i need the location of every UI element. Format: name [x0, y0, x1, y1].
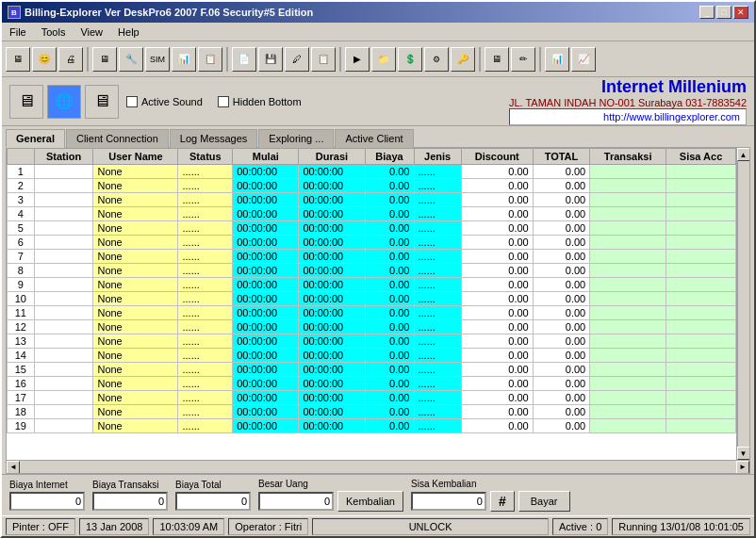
- table-cell: 0.00: [461, 306, 533, 320]
- besar-uang-input[interactable]: [258, 492, 334, 511]
- toolbar-btn-2[interactable]: 😊: [32, 47, 57, 72]
- table-cell: 7: [8, 250, 35, 264]
- menu-view[interactable]: View: [76, 25, 107, 39]
- table-cell: [666, 377, 736, 391]
- toolbar-btn-3[interactable]: 🖨: [58, 47, 83, 72]
- toolbar-btn-8[interactable]: 📋: [198, 47, 222, 72]
- close-button[interactable]: ✕: [733, 6, 748, 19]
- status-operator: Operator : Fitri: [228, 518, 308, 535]
- table-row[interactable]: 3None......00:00:0000:00:000.00......0.0…: [8, 193, 736, 207]
- scroll-right-button[interactable]: ►: [736, 461, 749, 474]
- table-row[interactable]: 17None......00:00:0000:00:000.00......0.…: [8, 391, 736, 405]
- active-sound-check[interactable]: [126, 96, 138, 107]
- toolbar-btn-9[interactable]: 📄: [232, 47, 256, 72]
- tab-general[interactable]: General: [6, 129, 65, 148]
- table-row[interactable]: 4None......00:00:0000:00:000.00......0.0…: [8, 207, 736, 221]
- besar-uang-group: Besar Uang Kembalian: [258, 479, 403, 512]
- tab-exploring[interactable]: Exploring ...: [258, 129, 334, 148]
- kembalian-button[interactable]: Kembalian: [337, 491, 403, 512]
- toolbar-btn-21[interactable]: 📈: [571, 47, 596, 72]
- table-cell: [590, 278, 666, 292]
- toolbar-btn-14[interactable]: 📁: [371, 47, 396, 72]
- toolbar-btn-10[interactable]: 💾: [258, 47, 283, 72]
- scroll-left-button[interactable]: ◄: [7, 461, 20, 474]
- table-cell: 15: [8, 363, 35, 377]
- table-row[interactable]: 7None......00:00:0000:00:000.00......0.0…: [8, 250, 736, 264]
- toolbar-btn-4[interactable]: 🖥: [92, 47, 117, 72]
- toolbar-btn-16[interactable]: ⚙: [424, 47, 449, 72]
- table-row[interactable]: 15None......00:00:0000:00:000.00......0.…: [8, 363, 736, 377]
- tab-active-client[interactable]: Active Client: [335, 129, 413, 148]
- table-cell: ......: [178, 250, 233, 264]
- active-sound-checkbox[interactable]: Active Sound: [126, 96, 203, 107]
- table-row[interactable]: 9None......00:00:0000:00:000.00......0.0…: [8, 278, 736, 292]
- toolbar-btn-5[interactable]: 🔧: [119, 47, 143, 72]
- header-area: 🖥 🌐 🖥 Active Sound Hidden Bottom Interne…: [2, 77, 754, 126]
- table-row[interactable]: 19None......00:00:0000:00:000.00......0.…: [8, 419, 736, 433]
- toolbar-btn-15[interactable]: 💲: [398, 47, 422, 72]
- toolbar-btn-18[interactable]: 🖥: [485, 47, 509, 72]
- url-display[interactable]: http://www.billingexplorer.com: [509, 108, 747, 125]
- table-container[interactable]: Station User Name Status Mulai Durasi Bi…: [7, 148, 736, 460]
- table-row[interactable]: 5None......00:00:0000:00:000.00......0.0…: [8, 221, 736, 236]
- biaya-transaksi-label: Biaya Transaksi: [92, 480, 168, 490]
- toolbar-btn-19[interactable]: ✏: [511, 47, 535, 72]
- tab-client-connection[interactable]: Client Connection: [66, 129, 169, 148]
- table-cell: 0.00: [365, 391, 414, 405]
- table-cell: 14: [8, 349, 35, 363]
- scroll-down-button[interactable]: ▼: [737, 447, 750, 460]
- table-cell: ......: [414, 349, 461, 363]
- toolbar-btn-7[interactable]: 📊: [172, 47, 196, 72]
- toolbar-btn-20[interactable]: 📊: [545, 47, 569, 72]
- table-cell: [590, 250, 666, 264]
- table-cell: [590, 193, 666, 207]
- biaya-internet-input[interactable]: [9, 492, 85, 511]
- table-cell: 0.00: [461, 193, 533, 207]
- bayar-button[interactable]: Bayar: [518, 491, 570, 512]
- hidden-bottom-check[interactable]: [218, 96, 229, 107]
- scrollbar[interactable]: ▲ ▼: [736, 148, 749, 460]
- hash-button[interactable]: #: [490, 491, 515, 512]
- table-cell: 00:00:00: [299, 292, 365, 306]
- table-cell: 0.00: [365, 349, 414, 363]
- table-cell: 0.00: [365, 179, 414, 193]
- table-cell: 0.00: [365, 236, 414, 250]
- horizontal-scrollbar[interactable]: ◄ ►: [7, 460, 749, 473]
- table-row[interactable]: 10None......00:00:0000:00:000.00......0.…: [8, 292, 736, 306]
- company-area: Internet Millenium JL. TAMAN INDAH NO-00…: [509, 77, 747, 125]
- table-row[interactable]: 12None......00:00:0000:00:000.00......0.…: [8, 320, 736, 334]
- biaya-transaksi-input[interactable]: [92, 492, 168, 511]
- toolbar-btn-1[interactable]: 🖥: [6, 47, 30, 72]
- menu-help[interactable]: Help: [114, 25, 143, 39]
- scroll-up-button[interactable]: ▲: [737, 148, 750, 161]
- menu-tools[interactable]: Tools: [38, 25, 70, 39]
- toolbar-btn-17[interactable]: 🔑: [451, 47, 475, 72]
- toolbar-btn-12[interactable]: 📋: [311, 47, 336, 72]
- sisa-kembalian-input[interactable]: [411, 492, 486, 511]
- col-discount: Discount: [461, 149, 533, 165]
- table-cell: 0.00: [461, 165, 533, 179]
- maximize-button[interactable]: □: [716, 6, 731, 19]
- table-row[interactable]: 16None......00:00:0000:00:000.00......0.…: [8, 377, 736, 391]
- biaya-total-input[interactable]: [175, 492, 251, 511]
- table-row[interactable]: 11None......00:00:0000:00:000.00......0.…: [8, 306, 736, 320]
- table-cell: None: [93, 193, 178, 207]
- table-row[interactable]: 6None......00:00:0000:00:000.00......0.0…: [8, 236, 736, 250]
- menu-file[interactable]: File: [6, 25, 30, 39]
- table-cell: 0.00: [461, 363, 533, 377]
- table-row[interactable]: 1None......00:00:0000:00:000.00......0.0…: [8, 165, 736, 179]
- table-cell: ......: [178, 193, 233, 207]
- toolbar-btn-6[interactable]: SIM: [145, 47, 170, 72]
- company-address: JL. TAMAN INDAH NO-001 Surabaya 031-7883…: [509, 97, 747, 108]
- table-row[interactable]: 2None......00:00:0000:00:000.00......0.0…: [8, 179, 736, 193]
- tab-log-messages[interactable]: Log Messages: [170, 129, 258, 148]
- minimize-button[interactable]: _: [699, 6, 715, 19]
- toolbar-btn-13[interactable]: ▶: [345, 47, 370, 72]
- table-row[interactable]: 18None......00:00:0000:00:000.00......0.…: [8, 405, 736, 419]
- toolbar-btn-11[interactable]: 🖊: [285, 47, 309, 72]
- table-row[interactable]: 14None......00:00:0000:00:000.00......0.…: [8, 349, 736, 363]
- table-row[interactable]: 13None......00:00:0000:00:000.00......0.…: [8, 334, 736, 349]
- table-row[interactable]: 8None......00:00:0000:00:000.00......0.0…: [8, 264, 736, 278]
- table-cell: 0.00: [365, 292, 414, 306]
- hidden-bottom-checkbox[interactable]: Hidden Bottom: [218, 96, 302, 107]
